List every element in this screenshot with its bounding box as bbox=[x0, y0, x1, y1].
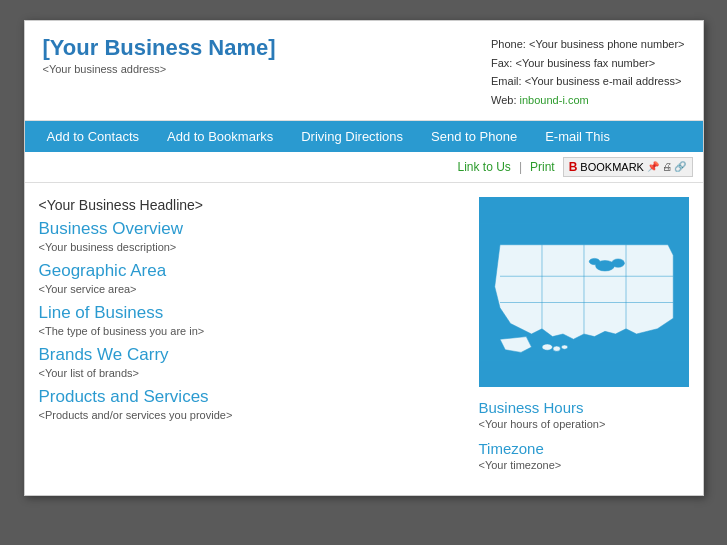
section-desc-1: <Your service area> bbox=[39, 283, 463, 295]
section-desc-4: <Products and/or services you provide> bbox=[39, 409, 463, 421]
svg-point-2 bbox=[611, 259, 624, 267]
email-info: Email: <Your business e-mail address> bbox=[491, 72, 684, 91]
section-desc-2: <The type of business you are in> bbox=[39, 325, 463, 337]
section-heading-2: Line of Business bbox=[39, 303, 463, 323]
section-heading-4: Products and Services bbox=[39, 387, 463, 407]
business-address: <Your business address> bbox=[43, 63, 276, 75]
svg-point-11 bbox=[561, 345, 567, 349]
link-to-us-button[interactable]: Link to Us bbox=[458, 160, 511, 174]
svg-point-10 bbox=[553, 346, 560, 351]
section-heading-0: Business Overview bbox=[39, 219, 463, 239]
business-name: [Your Business Name] bbox=[43, 35, 276, 61]
section-heading-1: Geographic Area bbox=[39, 261, 463, 281]
business-headline: <Your Business Headline> bbox=[39, 197, 463, 213]
fax-info: Fax: <Your business fax number> bbox=[491, 54, 684, 73]
us-map-svg bbox=[479, 197, 689, 387]
section-heading-3: Brands We Carry bbox=[39, 345, 463, 365]
section-desc-3: <Your list of brands> bbox=[39, 367, 463, 379]
nav-add-to-contacts[interactable]: Add to Contacts bbox=[33, 121, 154, 152]
nav-add-to-bookmarks[interactable]: Add to Bookmarks bbox=[153, 121, 287, 152]
right-section-desc-1: <Your timezone> bbox=[479, 459, 689, 471]
svg-point-3 bbox=[589, 258, 600, 264]
bookmark-icon: B bbox=[569, 160, 578, 174]
web-label: Web: bbox=[491, 94, 520, 106]
page-wrapper: [Your Business Name] <Your business addr… bbox=[24, 20, 704, 496]
bookmark-button[interactable]: B BOOKMARK 📌 🖨 🔗 bbox=[563, 157, 693, 177]
header: [Your Business Name] <Your business addr… bbox=[25, 21, 703, 121]
svg-point-9 bbox=[542, 344, 553, 350]
nav-email-this[interactable]: E-mail This bbox=[531, 121, 624, 152]
navbar: Add to Contacts Add to Bookmarks Driving… bbox=[25, 121, 703, 152]
right-section-heading-1: Timezone bbox=[479, 440, 689, 457]
print-button[interactable]: Print bbox=[530, 160, 555, 174]
nav-driving-directions[interactable]: Driving Directions bbox=[287, 121, 417, 152]
right-section-desc-0: <Your hours of operation> bbox=[479, 418, 689, 430]
us-map bbox=[479, 197, 689, 387]
toolbar-separator: | bbox=[519, 160, 522, 174]
bookmark-extra-icons: 📌 🖨 🔗 bbox=[647, 161, 687, 172]
web-info: Web: inbound-i.com bbox=[491, 91, 684, 110]
nav-send-to-phone[interactable]: Send to Phone bbox=[417, 121, 531, 152]
left-column: <Your Business Headline> Business Overvi… bbox=[39, 197, 463, 481]
header-right: Phone: <Your business phone number> Fax:… bbox=[491, 35, 684, 110]
right-column: Business Hours <Your hours of operation>… bbox=[479, 197, 689, 481]
bookmark-label: BOOKMARK bbox=[580, 161, 644, 173]
phone-info: Phone: <Your business phone number> bbox=[491, 35, 684, 54]
main-content: <Your Business Headline> Business Overvi… bbox=[25, 183, 703, 495]
web-link[interactable]: inbound-i.com bbox=[520, 94, 589, 106]
right-section-heading-0: Business Hours bbox=[479, 399, 689, 416]
toolbar: Link to Us | Print B BOOKMARK 📌 🖨 🔗 bbox=[25, 152, 703, 183]
header-left: [Your Business Name] <Your business addr… bbox=[43, 35, 276, 75]
section-desc-0: <Your business description> bbox=[39, 241, 463, 253]
